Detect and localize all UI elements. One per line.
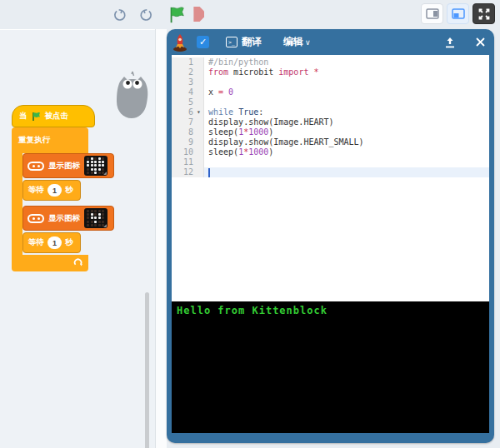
redo-icon[interactable]	[138, 7, 154, 23]
terminal-output[interactable]: Hello from Kittenblock	[172, 301, 489, 433]
forever-block-bottom	[12, 255, 88, 271]
code-editor-panel: ✓ >_ 翻译 编辑 ∨ 1#/bin/python2from microbit…	[167, 29, 494, 443]
wait-label-suffix: 秒	[65, 185, 73, 196]
code-line[interactable]: 7 display.show(Image.HEART)	[172, 117, 489, 127]
microbit-logo-icon	[28, 162, 44, 171]
code-lines[interactable]: 1#/bin/python2from microbit import *34x …	[172, 55, 489, 177]
large-stage-button[interactable]	[447, 3, 469, 24]
led-matrix-heart[interactable]	[84, 156, 108, 176]
forever-block[interactable]: 重复执行	[12, 127, 88, 153]
show-icon-block-2[interactable]: 显示图标	[22, 206, 114, 231]
code-line[interactable]: 11	[172, 157, 489, 167]
code-line[interactable]: 5	[172, 97, 489, 107]
translate-label: 翻译	[242, 35, 262, 49]
show-icon-label: 显示图标	[48, 213, 80, 224]
autorun-checkbox[interactable]: ✓	[197, 36, 209, 48]
forever-block-spine	[12, 153, 22, 255]
chevron-down-icon: ∨	[305, 38, 311, 47]
when-flag-clicked-block[interactable]: 当 被点击	[12, 105, 95, 127]
close-icon[interactable]	[475, 37, 486, 47]
small-stage-button[interactable]	[421, 3, 443, 24]
undo-icon[interactable]	[111, 7, 128, 23]
code-line[interactable]: 10 sleep(1*1000)	[172, 147, 489, 157]
code-editor[interactable]: 1#/bin/python2from microbit import *34x …	[172, 55, 489, 301]
forever-label: 重复执行	[18, 135, 50, 146]
blocks-workspace[interactable]: 当 被点击 重复执行 显示图标 等待 1 秒 显示图标 等待 1	[0, 29, 155, 448]
terminal-icon: >_	[226, 37, 238, 47]
led-matrix-heart-small[interactable]	[84, 208, 108, 228]
wait-block-1[interactable]: 等待 1 秒	[22, 180, 81, 201]
translate-button[interactable]: >_ 翻译	[226, 35, 262, 49]
top-toolbar	[0, 0, 500, 29]
rocket-icon	[170, 32, 190, 52]
upload-icon[interactable]	[443, 36, 457, 49]
stop-icon[interactable]	[189, 7, 204, 22]
code-line[interactable]: 6▾while True:	[172, 107, 489, 117]
code-line[interactable]: 12	[172, 167, 489, 177]
code-line[interactable]: 2from microbit import *	[172, 67, 489, 77]
edit-menu[interactable]: 编辑 ∨	[283, 35, 311, 49]
wait-block-2[interactable]: 等待 1 秒	[22, 232, 81, 253]
terminal-text: Hello from Kittenblock	[177, 305, 484, 316]
wait-value-input[interactable]: 1	[48, 236, 62, 249]
microbit-logo-icon	[28, 214, 44, 223]
wait-label-suffix: 秒	[65, 237, 73, 248]
text-cursor	[208, 168, 210, 177]
hat-label-suffix: 被点击	[45, 111, 69, 122]
code-line[interactable]: 4x = 0	[172, 87, 489, 97]
code-line[interactable]: 3	[172, 77, 489, 87]
wait-value-input[interactable]: 1	[48, 184, 62, 197]
mini-green-flag-icon	[31, 112, 42, 122]
stage-edge-strip	[155, 29, 167, 448]
wait-label-prefix: 等待	[28, 237, 44, 248]
fullscreen-button[interactable]	[472, 3, 495, 24]
loop-arrow-icon	[73, 258, 83, 268]
code-line[interactable]: 8 sleep(1*1000)	[172, 127, 489, 137]
show-icon-block-1[interactable]: 显示图标	[22, 153, 114, 178]
code-line[interactable]: 9 display.show(Image.HEART_SMALL)	[172, 137, 489, 147]
owl-sprite[interactable]	[113, 70, 152, 120]
wait-label-prefix: 等待	[28, 185, 44, 196]
hat-label-prefix: 当	[19, 111, 28, 122]
green-flag-icon[interactable]	[168, 6, 186, 24]
workspace-scrollbar[interactable]	[145, 292, 149, 448]
show-icon-label: 显示图标	[48, 161, 80, 172]
editor-header: ✓ >_ 翻译 编辑 ∨	[167, 29, 494, 55]
code-line[interactable]: 1#/bin/python	[172, 57, 489, 67]
edit-label: 编辑	[283, 35, 303, 49]
